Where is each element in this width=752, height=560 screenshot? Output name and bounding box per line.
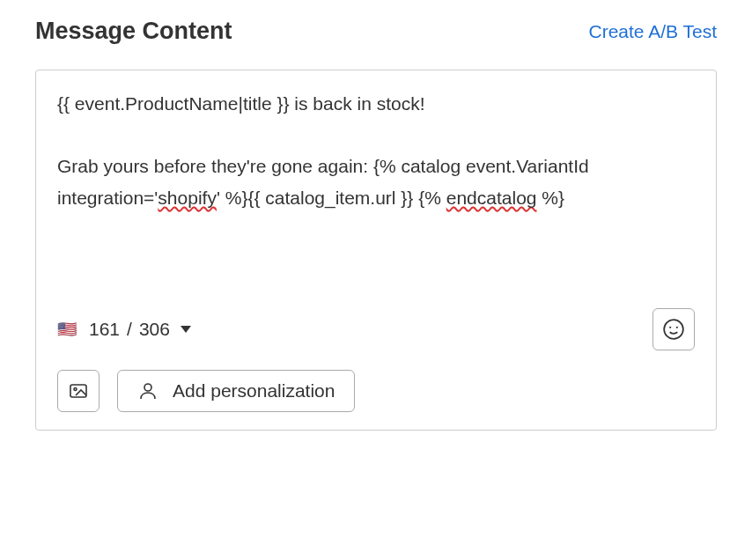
svg-point-2 xyxy=(676,327,678,328)
create-ab-test-link[interactable]: Create A/B Test xyxy=(588,21,717,42)
character-counter-row: 🇺🇸 161 / 306 xyxy=(57,308,695,350)
message-content-box: {{ event.ProductName|title }} is back in… xyxy=(35,70,717,431)
character-count-dropdown[interactable]: 161 / 306 xyxy=(89,319,191,340)
bottom-toolbar: Add personalization xyxy=(57,370,695,412)
message-line-1: {{ event.ProductName|title }} is back in… xyxy=(57,93,425,114)
spellcheck-word-endcatalog: endcatalog xyxy=(446,188,537,208)
insert-image-button[interactable] xyxy=(57,370,100,412)
smile-icon xyxy=(662,318,685,341)
message-line-2-suffix: ' %}{{ catalog_item.url }} {% xyxy=(217,188,446,208)
image-icon xyxy=(68,380,89,402)
spellcheck-word-shopify: shopify xyxy=(158,188,217,208)
svg-point-5 xyxy=(144,384,151,391)
emoji-picker-button[interactable] xyxy=(652,308,695,350)
svg-point-0 xyxy=(664,320,683,339)
add-personalization-label: Add personalization xyxy=(173,380,335,402)
chevron-down-icon xyxy=(181,326,191,333)
message-line-2-end: %} xyxy=(537,188,565,208)
svg-point-1 xyxy=(669,327,671,328)
char-max: 306 xyxy=(139,319,170,340)
svg-rect-3 xyxy=(70,385,86,397)
us-flag-icon: 🇺🇸 xyxy=(57,320,77,339)
char-current: 161 xyxy=(89,319,120,340)
char-separator: / xyxy=(127,319,132,340)
page-title: Message Content xyxy=(35,18,232,45)
person-icon xyxy=(137,380,159,402)
svg-point-4 xyxy=(74,388,77,391)
add-personalization-button[interactable]: Add personalization xyxy=(117,370,355,412)
message-textarea[interactable]: {{ event.ProductName|title }} is back in… xyxy=(57,88,695,282)
